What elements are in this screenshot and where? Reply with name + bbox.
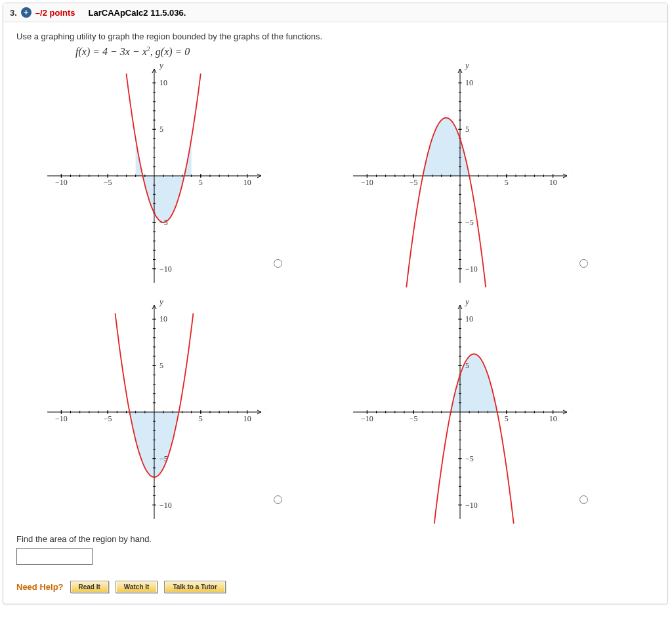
- chart-d: −10−5510−10−5510xy: [348, 301, 572, 524]
- svg-text:10: 10: [549, 178, 557, 187]
- svg-text:y: y: [464, 64, 469, 70]
- option-d: −10−5510−10−5510xy: [348, 301, 628, 524]
- svg-text:−5: −5: [465, 454, 474, 463]
- read-it-button[interactable]: Read It: [70, 581, 109, 593]
- svg-text:−5: −5: [410, 178, 418, 187]
- plus-icon[interactable]: +: [21, 7, 32, 18]
- svg-text:x: x: [571, 165, 572, 175]
- option-a: −10−5510−10−5510xy: [43, 64, 322, 287]
- svg-text:y: y: [158, 64, 163, 70]
- question-prompt: Use a graphing utility to graph the regi…: [16, 31, 654, 41]
- svg-text:−10: −10: [465, 264, 478, 274]
- points-display: –/2 points: [35, 8, 75, 18]
- question-number: 3.: [10, 8, 17, 18]
- help-row: Need Help? Read It Watch It Talk to a Tu…: [16, 581, 654, 593]
- svg-text:5: 5: [505, 414, 509, 423]
- question-body: Use a graphing utility to graph the regi…: [3, 22, 667, 604]
- svg-text:−5: −5: [410, 414, 418, 423]
- svg-text:−10: −10: [159, 264, 172, 274]
- area-input[interactable]: [16, 548, 93, 565]
- radio-b[interactable]: [579, 259, 588, 268]
- radio-c[interactable]: [274, 495, 282, 504]
- chart-b: −10−5510−10−5510xy: [348, 64, 572, 287]
- svg-text:10: 10: [243, 178, 251, 187]
- svg-text:x: x: [265, 402, 266, 411]
- chart-a-svg: −10−5510−10−5510xy: [43, 64, 266, 287]
- equation-display: f(x) = 4 − 3x − x2, g(x) = 0: [75, 45, 654, 58]
- svg-text:y: y: [158, 301, 163, 306]
- chart-c: −10−5510−10−5510xy: [43, 301, 266, 524]
- svg-text:−5: −5: [104, 414, 112, 423]
- svg-text:−10: −10: [159, 501, 172, 510]
- svg-text:−10: −10: [465, 501, 478, 510]
- svg-text:5: 5: [465, 361, 469, 370]
- svg-text:5: 5: [199, 414, 203, 423]
- svg-text:−5: −5: [104, 178, 112, 187]
- eq-f: f(x) = 4 − 3x − x: [75, 46, 147, 57]
- svg-text:5: 5: [159, 125, 163, 134]
- chart-c-svg: −10−5510−10−5510xy: [43, 301, 266, 524]
- svg-text:10: 10: [549, 414, 557, 423]
- svg-text:−10: −10: [361, 414, 373, 423]
- radio-a[interactable]: [274, 259, 282, 268]
- svg-text:10: 10: [465, 315, 473, 324]
- chart-a: −10−5510−10−5510xy: [43, 64, 266, 287]
- eq-g: , g(x) = 0: [150, 46, 190, 57]
- need-help-label: Need Help?: [16, 582, 64, 592]
- svg-text:5: 5: [505, 178, 509, 187]
- svg-text:10: 10: [159, 315, 167, 324]
- question-header: 3. + –/2 points LarCAApCalc2 11.5.036.: [3, 3, 667, 22]
- watch-it-button[interactable]: Watch It: [116, 581, 158, 593]
- svg-text:−10: −10: [55, 414, 68, 423]
- svg-text:10: 10: [159, 79, 167, 88]
- svg-text:10: 10: [465, 79, 473, 88]
- chart-d-svg: −10−5510−10−5510xy: [348, 301, 572, 524]
- svg-text:−10: −10: [55, 178, 68, 187]
- option-c: −10−5510−10−5510xy: [43, 301, 322, 524]
- area-prompt: Find the area of the region by hand.: [16, 534, 654, 544]
- question-reference: LarCAApCalc2 11.5.036.: [89, 8, 186, 18]
- radio-d[interactable]: [579, 495, 588, 504]
- svg-text:5: 5: [465, 125, 469, 134]
- svg-text:5: 5: [199, 178, 203, 187]
- svg-text:x: x: [571, 402, 572, 411]
- svg-text:−5: −5: [465, 218, 474, 227]
- svg-text:−10: −10: [361, 178, 373, 187]
- svg-text:5: 5: [159, 361, 163, 370]
- chart-b-svg: −10−5510−10−5510xy: [348, 64, 572, 287]
- option-b: −10−5510−10−5510xy: [348, 64, 628, 287]
- talk-to-tutor-button[interactable]: Talk to a Tutor: [164, 581, 225, 593]
- svg-text:10: 10: [243, 414, 251, 423]
- options-grid: −10−5510−10−5510xy −10−5510−10−5510xy −1…: [43, 64, 628, 524]
- question-container: 3. + –/2 points LarCAApCalc2 11.5.036. U…: [3, 3, 668, 604]
- svg-text:y: y: [464, 301, 469, 306]
- svg-text:x: x: [265, 165, 266, 175]
